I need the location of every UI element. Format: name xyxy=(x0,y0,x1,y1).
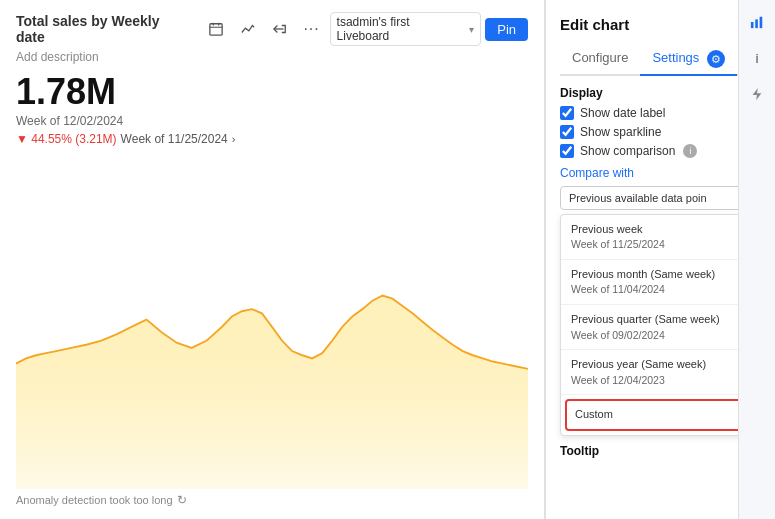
chart-header: Total sales by Weekly date xyxy=(16,12,528,46)
add-description[interactable]: Add description xyxy=(16,50,528,64)
show-comparison-text: Show comparison xyxy=(580,144,675,158)
left-panel: Total sales by Weekly date xyxy=(0,0,545,519)
option-previous-quarter[interactable]: Previous quarter (Same week) Week of 09/… xyxy=(561,305,760,350)
option-previous-month[interactable]: Previous month (Same week) Week of 11/04… xyxy=(561,260,760,305)
metric-comparison: ▼ 44.55% (3.21M) Week of 11/25/2024 › xyxy=(16,132,528,146)
change-percent: ▼ 44.55% (3.21M) xyxy=(16,132,117,146)
option-previous-week[interactable]: Previous week Week of 11/25/2024 xyxy=(561,215,760,260)
checkbox-show-date-label: Show date label xyxy=(560,106,761,120)
right-panel: Edit chart ✕ i Configure Settings ⚙ xyxy=(545,0,775,519)
liveboard-name: tsadmin's first Liveboard xyxy=(337,15,466,43)
option-sub-date: Week of 12/04/2023 xyxy=(571,373,750,388)
metric-value: 1.78M xyxy=(16,72,528,112)
side-toolbar: i xyxy=(738,0,775,519)
share-icon-btn[interactable] xyxy=(266,15,294,43)
svg-rect-6 xyxy=(755,19,758,28)
custom-label: Custom xyxy=(575,407,746,422)
svg-rect-0 xyxy=(210,24,222,35)
option-sub-date: Week of 09/02/2024 xyxy=(571,328,750,343)
option-main-text: Previous week xyxy=(571,222,750,237)
show-sparkline-text: Show sparkline xyxy=(580,125,661,139)
settings-tabs: Configure Settings ⚙ xyxy=(560,44,761,76)
metric-date: Week of 12/02/2024 xyxy=(16,114,528,128)
show-date-label-checkbox[interactable] xyxy=(560,106,574,120)
header-icons: ··· tsadmin's first Liveboard ▾ Pin xyxy=(202,12,528,46)
anomaly-text: Anomaly detection took too long xyxy=(16,494,173,506)
show-date-label-text: Show date label xyxy=(580,106,665,120)
compare-with-label: Compare with xyxy=(560,166,761,180)
chart-title: Total sales by Weekly date xyxy=(16,13,192,45)
tooltip-section: Tooltip xyxy=(560,444,761,458)
calendar-icon-btn[interactable] xyxy=(202,15,230,43)
compare-period: Week of 11/25/2024 xyxy=(121,132,228,146)
option-sub-date: Week of 11/25/2024 xyxy=(571,237,750,252)
option-custom[interactable]: Custom xyxy=(565,399,756,430)
option-sub-date: Week of 11/04/2024 xyxy=(571,282,750,297)
svg-rect-7 xyxy=(760,17,763,28)
tab-settings[interactable]: Settings ⚙ xyxy=(640,44,737,76)
lightning-icon-btn[interactable] xyxy=(743,80,771,108)
svg-rect-5 xyxy=(751,22,754,28)
option-main-text: Previous year (Same week) xyxy=(571,357,750,372)
bar-chart-icon-btn[interactable] xyxy=(743,8,771,36)
compare-with-dropdown[interactable]: Previous available data poin ▲ xyxy=(560,186,761,210)
info-icon-btn[interactable]: i xyxy=(743,44,771,72)
tab-configure[interactable]: Configure xyxy=(560,44,640,76)
option-main-text: Previous quarter (Same week) xyxy=(571,312,750,327)
sparkline-chart-area xyxy=(16,154,528,489)
sparkline-svg xyxy=(16,154,528,489)
option-main-text: Previous month (Same week) xyxy=(571,267,750,282)
checkbox-show-comparison: Show comparison i xyxy=(560,144,761,158)
option-previous-year[interactable]: Previous year (Same week) Week of 12/04/… xyxy=(561,350,760,395)
anomaly-footer: Anomaly detection took too long ↻ xyxy=(16,493,528,507)
sparkline-icon-btn[interactable] xyxy=(234,15,262,43)
dropdown-value: Previous available data poin xyxy=(569,192,707,204)
refresh-icon[interactable]: ↻ xyxy=(177,493,187,507)
chevron-right-icon: › xyxy=(232,133,236,145)
display-section-label: Display xyxy=(560,86,761,100)
show-sparkline-checkbox[interactable] xyxy=(560,125,574,139)
settings-gear-icon: ⚙ xyxy=(707,50,725,68)
show-comparison-checkbox[interactable] xyxy=(560,144,574,158)
pin-button[interactable]: Pin xyxy=(485,18,528,41)
svg-marker-8 xyxy=(753,88,762,100)
more-options-btn[interactable]: ··· xyxy=(298,15,326,43)
comparison-info-icon[interactable]: i xyxy=(683,144,697,158)
checkbox-show-sparkline: Show sparkline xyxy=(560,125,761,139)
compare-options-list: Previous week Week of 11/25/2024 Previou… xyxy=(560,214,761,436)
liveboard-chevron-icon: ▾ xyxy=(469,24,474,35)
liveboard-selector[interactable]: tsadmin's first Liveboard ▾ xyxy=(330,12,482,46)
tooltip-section-label: Tooltip xyxy=(560,444,761,458)
panel-title: Edit chart xyxy=(560,16,629,33)
